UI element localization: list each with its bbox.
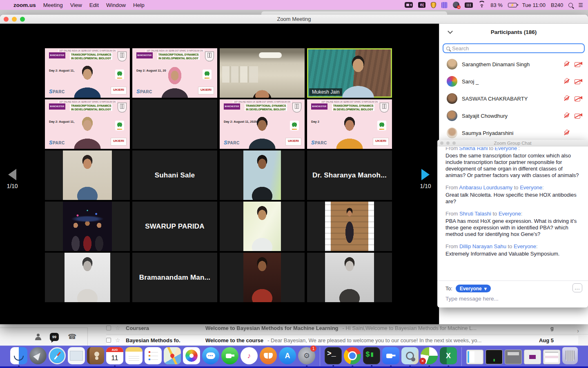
menu-item[interactable]: Meeting — [40, 2, 67, 8]
menu-clock[interactable]: Tue 11:00 — [522, 2, 546, 8]
dock-icon-safari[interactable] — [49, 347, 66, 364]
mail-checkbox[interactable] — [106, 338, 111, 343]
chat-message-input[interactable] — [445, 296, 583, 302]
video-tile[interactable] — [220, 253, 305, 302]
dock-icon-sysprefs[interactable]: ⚙ 1 — [298, 347, 315, 364]
dock-icon-launchpad[interactable] — [29, 347, 47, 364]
video-tile[interactable] — [45, 202, 130, 251]
next-page-arrow[interactable]: 1/10 — [413, 169, 438, 189]
dock-icon-terminal[interactable]: >_ — [325, 347, 342, 364]
mail-row[interactable]: ☆ Coursera Welcome to Bayesian Methods f… — [106, 324, 578, 332]
module-menu-icon[interactable] — [465, 2, 473, 8]
dock-icon-messages[interactable] — [202, 347, 219, 364]
globe-error-icon[interactable] — [453, 2, 459, 8]
notification-center-icon[interactable]: ☰ — [578, 2, 583, 8]
dock-icon-win-notes[interactable] — [466, 350, 483, 364]
battery-charging-icon[interactable]: ⚡ — [508, 3, 517, 7]
video-tile[interactable]: Bramanandam Man... — [132, 253, 217, 302]
grid-menu-icon[interactable] — [441, 2, 448, 8]
search-input[interactable] — [452, 45, 581, 52]
dock-icon-facetime[interactable] — [221, 347, 238, 364]
menu-item[interactable]: Edit — [86, 2, 102, 8]
dock-icon-excel[interactable]: X — [440, 347, 457, 364]
video-tile[interactable]: Mukesh Jain — [307, 48, 392, 98]
video-tile[interactable] — [132, 99, 217, 149]
dock-icon-reminders[interactable] — [145, 347, 162, 364]
wifi-icon[interactable] — [478, 2, 485, 8]
input-source-label[interactable]: B240 — [551, 2, 563, 8]
dock-icon-win-term[interactable] — [486, 350, 503, 364]
chevron-down-icon[interactable] — [448, 29, 453, 34]
dock-icon-mail[interactable] — [68, 347, 85, 364]
dock-icon-zoom[interactable] — [382, 347, 399, 364]
participant-row[interactable]: SASWATA CHAKRABARTY — [439, 90, 588, 107]
contacts-icon[interactable] — [35, 334, 41, 340]
b-menu-icon[interactable]: B| — [418, 2, 425, 8]
participants-search[interactable] — [443, 43, 585, 53]
dock-icon-netapp[interactable] — [421, 347, 438, 364]
dock-icon-trash[interactable] — [562, 347, 578, 364]
video-tile[interactable] — [220, 150, 305, 200]
dock-icon-win-browser[interactable] — [543, 350, 560, 364]
participant-row[interactable]: Sarangthem Dinamani Singh — [439, 56, 588, 73]
menu-item[interactable]: View — [67, 2, 86, 8]
chat-title-bar[interactable]: Zoom Group Chat — [437, 140, 588, 146]
recipient-name: Everyone — [520, 184, 542, 191]
spotlight-search-icon[interactable] — [568, 3, 573, 7]
menu-item-app[interactable]: zoom.us — [10, 2, 40, 8]
participant-video — [323, 115, 376, 149]
video-tile[interactable]: 1ST ONLINE INDIA-UK SERB-DST SPARC SYMPO… — [45, 48, 130, 98]
mail-row[interactable]: ☆ Bayesian Methods fo. Welcome to the co… — [106, 336, 578, 345]
mail-checkbox[interactable] — [106, 325, 111, 330]
dock-icon-chrome[interactable] — [344, 347, 361, 364]
video-tile[interactable] — [220, 48, 305, 98]
video-tile[interactable]: 1ST ONLINE INDIA-UK SERB-DST SPARC SYMPO… — [132, 48, 217, 98]
arrow-right-icon[interactable] — [421, 169, 430, 180]
video-tile[interactable]: Suhani Sale — [132, 150, 217, 200]
dock-icon-notes[interactable] — [125, 347, 143, 364]
video-tile[interactable]: 1ST ONLINE INDIA-UK SERB-DST SPARC SYMPO… — [307, 99, 392, 149]
chat-bubble-icon[interactable]: 99 — [50, 333, 59, 341]
dock-icon-appstore[interactable]: A — [279, 347, 296, 364]
chevron-right-icon[interactable]: › — [577, 328, 579, 334]
arrow-left-icon[interactable] — [8, 169, 16, 180]
video-tile[interactable]: SWARUP PARIDA — [132, 202, 217, 251]
dock-icon-photos[interactable] — [183, 347, 200, 364]
window-title-bar[interactable]: Zoom Meeting — [0, 15, 588, 24]
battery-percentage: 83 % — [490, 2, 503, 8]
chat-message: From Shikha Rani to Everyone: Does the s… — [445, 147, 582, 179]
participant-row[interactable]: Satyajit Chowdhury — [439, 107, 588, 124]
menu-item[interactable]: Window — [102, 2, 129, 8]
dock-icon-books[interactable] — [260, 347, 277, 364]
star-icon[interactable]: ☆ — [115, 337, 122, 343]
video-tile[interactable]: Dr. Sharanya Manoh... — [307, 150, 392, 200]
dock-icon-win-gray[interactable] — [505, 350, 522, 364]
video-tile[interactable] — [45, 150, 130, 200]
dock-icon-preview[interactable] — [401, 347, 419, 364]
previous-page-arrow[interactable]: 1/10 — [0, 169, 24, 189]
video-tile[interactable] — [45, 253, 130, 302]
dock-icon-maps[interactable] — [164, 347, 181, 364]
dock-icon-win-purple[interactable] — [524, 350, 541, 364]
phone-icon[interactable]: ☎ — [68, 333, 76, 340]
video-tile[interactable] — [220, 202, 305, 251]
participant-row[interactable]: Saroj _ — [439, 73, 588, 90]
participant-name: Suhani Sale — [132, 150, 217, 200]
dock-icon-itunes[interactable]: ♪ — [241, 347, 258, 364]
video-tile[interactable] — [307, 202, 392, 251]
dock-icon-calendar[interactable]: AUG11 — [106, 347, 123, 364]
video-tile[interactable]: 1ST ONLINE INDIA-UK SERB-DST SPARC SYMPO… — [220, 99, 305, 149]
dock-icon-finder[interactable] — [10, 347, 27, 364]
recipient-selector[interactable]: Everyone▾ — [456, 285, 491, 292]
menu-item[interactable]: Help — [129, 2, 148, 8]
shield-icon[interactable] — [431, 2, 436, 8]
video-tile[interactable] — [307, 253, 392, 302]
participant-row[interactable]: Saumya Priyadarshini — [439, 124, 588, 141]
video-tile[interactable]: 1ST ONLINE INDIA-UK SERB-DST SPARC SYMPO… — [45, 99, 130, 149]
participant-name: Saroj _ — [462, 79, 559, 85]
star-icon[interactable]: ☆ — [115, 325, 122, 331]
dock-icon-contacts[interactable] — [87, 347, 104, 364]
dock-icon-iterm[interactable]: $▮ — [363, 347, 380, 364]
more-options-button[interactable]: ... — [572, 283, 582, 292]
camera-status-icon[interactable] — [405, 2, 413, 8]
